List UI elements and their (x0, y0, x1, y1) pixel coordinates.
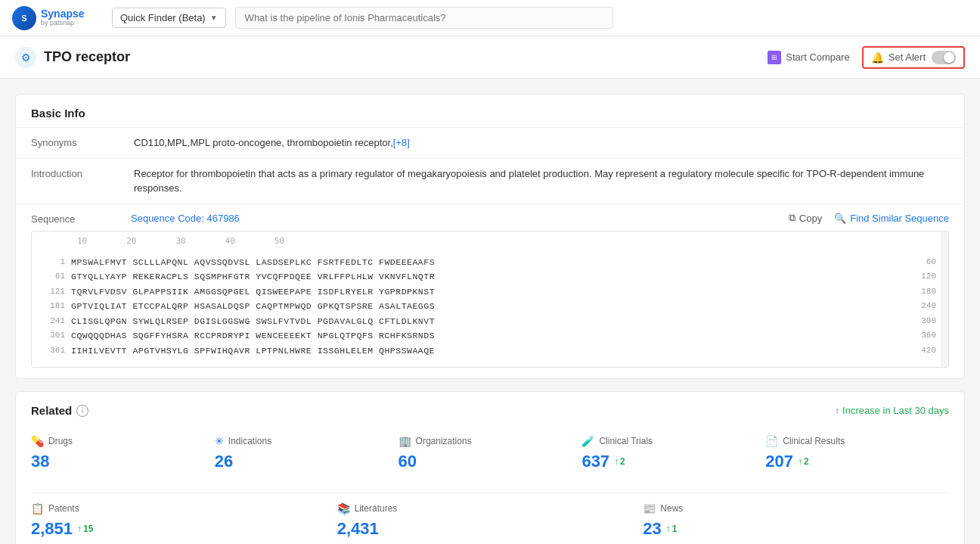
stat-number: 60 (399, 452, 570, 471)
stat-item[interactable]: 🏢 Organizations 60 (399, 426, 582, 480)
increase-label: ↑ Increase in Last 30 days (835, 405, 949, 416)
stat-item[interactable]: 📚 Literatures 2,431 (337, 493, 644, 544)
stats-row-2: 📋 Patents 2,851 ↑ 15 📚 Literatures 2,431… (16, 493, 964, 544)
seq-end-num: 180 (915, 284, 936, 300)
related-header: Related i ↑ Increase in Last 30 days (16, 392, 964, 426)
stat-category-label: Clinical Results (783, 436, 845, 446)
stat-category-label: Clinical Trials (599, 436, 653, 446)
page-title: TPO receptor (44, 49, 130, 65)
related-card: Related i ↑ Increase in Last 30 days 💊 D… (15, 391, 965, 544)
seq-start-num: 241 (44, 314, 65, 329)
stat-number: 637 ↑ 2 (581, 452, 753, 471)
stat-item[interactable]: 📰 News 23 ↑ 1 (643, 493, 949, 544)
arrow-up-icon: ↑ (835, 406, 839, 416)
seq-data: IIHILVEVTT APGTVHSYLG SPFWIHQAVR LPTPNLH… (71, 343, 909, 359)
stat-icon: 💊 (31, 435, 44, 447)
stat-icon: 📰 (643, 502, 656, 514)
stat-category: 💊 Drugs (31, 435, 203, 447)
seq-data: MPSWALFMVT SCLLLAPQNL AQVSSQDVSL LASDSEP… (71, 255, 909, 270)
stat-item[interactable]: ✳ Indications 26 (215, 426, 399, 480)
stat-icon: 📄 (765, 435, 778, 447)
stat-category: 🏢 Organizations (399, 435, 570, 447)
arrow-up-icon: ↑ (614, 456, 619, 467)
sequence-content[interactable]: 1 MPSWALFMVT SCLLLAPQNL AQVSSQDVSL LASDS… (32, 246, 948, 368)
seq-data: GTYQLLYAYP REKERACPLS SQSMPHFGTR YVCQFPD… (71, 269, 909, 284)
alert-toggle[interactable] (932, 51, 956, 64)
stat-increase: ↑ 15 (77, 524, 93, 534)
logo-icon: S (12, 6, 36, 30)
synonyms-more-link[interactable]: [+8] (393, 137, 410, 148)
stat-category-label: Drugs (48, 436, 73, 446)
introduction-label: Introduction (31, 166, 122, 179)
sequence-scrollbar[interactable] (941, 232, 948, 368)
page-title-area: ⚙ TPO receptor (15, 47, 768, 68)
arrow-up-icon: ↑ (77, 524, 82, 534)
stat-value: 26 (215, 452, 233, 471)
seq-start-num: 361 (44, 343, 65, 359)
sequence-code-link[interactable]: Sequence Code: 467986 (131, 213, 240, 224)
seq-data: GPTVIQLIAT ETCCPALQRP HSASALDQSP CAQPTMP… (71, 299, 909, 314)
basic-info-title: Basic Info (16, 95, 964, 127)
sequence-line: 181 GPTVIQLIAT ETCCPALQRP HSASALDQSP CAQ… (44, 299, 936, 314)
seq-end-num: 420 (915, 343, 936, 359)
app-sub: by patsnap (41, 20, 85, 27)
seq-data: TQRVLFVDSV GLPAPPSIIK AMGGSQPGEL QISWEEP… (71, 284, 909, 300)
stat-item[interactable]: 💊 Drugs 38 (31, 426, 215, 480)
seq-end-num: 300 (915, 314, 936, 329)
seq-start-num: 121 (44, 284, 65, 300)
stat-value: 38 (31, 452, 49, 471)
arrow-up-icon: ↑ (798, 456, 802, 467)
stat-icon: 📚 (337, 502, 350, 514)
stat-category-label: Patents (48, 503, 79, 514)
synonyms-value: CD110,MPL,MPL proto-oncogene, thrombopoi… (134, 135, 949, 151)
logo-text: Synapse by patsnap (41, 8, 85, 27)
basic-info-card: Basic Info Synonyms CD110,MPL,MPL proto-… (15, 94, 965, 379)
app-name: Synapse (41, 8, 85, 20)
stat-number: 23 ↑ 1 (643, 519, 937, 539)
start-compare-button[interactable]: ⊞ Start Compare (768, 51, 850, 64)
stat-value: 637 (581, 452, 609, 471)
stat-increase: ↑ 2 (614, 456, 625, 467)
quick-finder-button[interactable]: Quick Finder (Beta) ▼ (112, 8, 226, 28)
seq-start-num: 181 (44, 299, 65, 314)
related-title-area: Related i (31, 404, 88, 417)
page-header: ⚙ TPO receptor ⊞ Start Compare 🔔 Set Ale… (0, 36, 980, 79)
stat-value: 2,431 (337, 519, 379, 539)
copy-button[interactable]: ⧉ Copy (789, 212, 822, 224)
stat-category-label: Organizations (416, 436, 472, 446)
stat-item[interactable]: 📋 Patents 2,851 ↑ 15 (31, 493, 337, 544)
stat-icon: 📋 (31, 502, 44, 514)
related-info-icon[interactable]: i (76, 405, 88, 417)
stat-category-label: Literatures (355, 503, 398, 514)
stat-item[interactable]: 📄 Clinical Results 207 ↑ 2 (765, 426, 949, 480)
set-alert-area: 🔔 Set Alert (862, 46, 965, 69)
find-similar-button[interactable]: 🔍 Find Similar Sequence (834, 213, 949, 224)
stat-number: 26 (215, 452, 386, 471)
synonyms-label: Synonyms (31, 135, 122, 148)
seq-start-num: 61 (44, 269, 65, 284)
stat-icon: 🧪 (581, 435, 594, 447)
sequence-row: Sequence Sequence Code: 467986 ⧉ Copy 🔍 … (16, 204, 964, 379)
sequence-line: 1 MPSWALFMVT SCLLLAPQNL AQVSSQDVSL LASDS… (44, 255, 936, 270)
seq-start-num: 1 (44, 255, 65, 270)
arrow-up-icon: ↑ (666, 524, 671, 534)
header-actions: ⊞ Start Compare 🔔 Set Alert (768, 46, 965, 69)
stat-increase: ↑ 2 (798, 456, 809, 467)
seq-end-num: 360 (915, 328, 936, 343)
sequence-line: 61 GTYQLLYAYP REKERACPLS SQSMPHFGTR YVCQ… (44, 269, 936, 284)
stat-category-label: News (660, 503, 683, 514)
stat-icon: ✳ (215, 435, 224, 447)
chevron-down-icon: ▼ (210, 14, 218, 22)
stat-category: 📰 News (643, 502, 937, 514)
search-input[interactable] (235, 7, 613, 29)
stat-item[interactable]: 🧪 Clinical Trials 637 ↑ 2 (581, 426, 765, 480)
seq-end-num: 60 (915, 255, 936, 270)
sequence-line: 301 CQWQQQDHAS SQGFFYHSRA RCCPRDRYPI WEN… (44, 328, 936, 343)
synonyms-row: Synonyms CD110,MPL,MPL proto-oncogene, t… (16, 127, 964, 158)
stat-number: 38 (31, 452, 203, 471)
stat-increase: ↑ 1 (666, 524, 678, 534)
seq-end-num: 240 (915, 299, 936, 314)
introduction-row: Introduction Receptor for thrombopoietin… (16, 158, 964, 204)
stat-icon: 🏢 (399, 435, 411, 447)
set-alert-button[interactable]: 🔔 Set Alert (871, 51, 926, 64)
